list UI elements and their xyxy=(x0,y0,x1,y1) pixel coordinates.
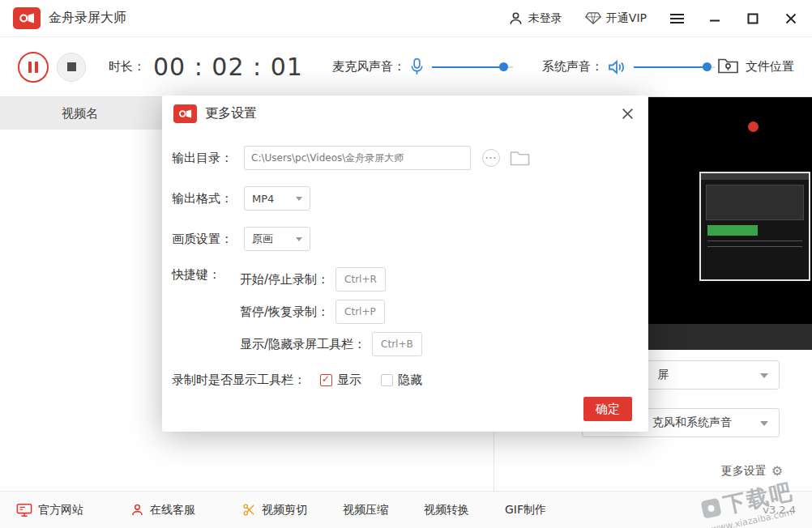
recording-toolbar: 时长： 00 : 02 : 01 麦克风声音： 系统声音： 文件位置 xyxy=(0,37,812,97)
video-name-column-header: 视频名 xyxy=(62,106,98,121)
microphone-icon xyxy=(410,57,424,76)
show-toolbar-checkbox[interactable]: ✓ 显示 xyxy=(320,373,361,388)
output-format-dropdown[interactable]: MP4 xyxy=(244,186,310,211)
app-window: 金舟录屏大师 未登录 开通VIP xyxy=(0,0,812,528)
hide-toolbar-checkbox[interactable]: 隐藏 xyxy=(381,373,422,388)
footer-item-official-site[interactable]: 官方网站 xyxy=(16,503,83,517)
quality-dropdown[interactable]: 原画 xyxy=(244,227,310,251)
footer-item-customer-service[interactable]: 在线客服 xyxy=(130,503,195,517)
app-title: 金舟录屏大师 xyxy=(49,10,126,27)
minimize-icon xyxy=(709,13,720,24)
folder-location-icon xyxy=(717,56,739,78)
dialog-logo-icon xyxy=(173,104,197,123)
duration-label: 时长： xyxy=(109,59,145,75)
hotkeys-row: 快捷键： 开始/停止录制： Ctrl+R 暂停/恢复录制： Ctrl+P 显示/… xyxy=(172,267,422,356)
version-label: v3.2.4 xyxy=(763,504,796,516)
footer-item-video-cut[interactable]: 视频剪切 xyxy=(242,503,307,517)
vip-button[interactable]: 开通VIP xyxy=(585,11,647,26)
maximize-icon xyxy=(747,13,759,24)
speaker-icon xyxy=(608,59,626,75)
checkbox-unchecked-icon xyxy=(381,374,393,386)
output-format-label: 输出格式： xyxy=(172,191,233,207)
footer-item-label: 视频转换 xyxy=(424,503,469,517)
preview-captured-window xyxy=(699,172,810,281)
chevron-down-icon xyxy=(296,237,302,241)
output-dir-row: 输出目录： ··· xyxy=(172,146,530,170)
footer-item-label: 官方网站 xyxy=(38,503,83,517)
dialog-close-button[interactable] xyxy=(618,104,637,123)
footer: 官方网站 在线客服 视频剪切 视频压缩 视频转换 GIF制作 v3.2.4 xyxy=(0,491,812,528)
hotkey-toggle-toolbar-label: 显示/隐藏录屏工具栏： xyxy=(240,337,365,352)
scissors-icon xyxy=(242,503,256,517)
footer-item-video-convert[interactable]: 视频转换 xyxy=(424,503,469,517)
menu-icon xyxy=(670,14,684,23)
confirm-button[interactable]: 确定 xyxy=(583,397,632,421)
system-slider-fill xyxy=(634,66,707,68)
show-option-label: 显示 xyxy=(337,373,361,388)
quality-value: 原画 xyxy=(252,232,273,246)
more-settings-dialog: 更多设置 输出目录： ··· 输出格式： MP4 画质设置： 原画 xyxy=(162,96,648,432)
gear-icon: ⚙ xyxy=(771,465,783,478)
hotkey-row-toggle-toolbar: 显示/隐藏录屏工具栏： Ctrl+B xyxy=(240,332,422,356)
hotkey-toggle-toolbar-button[interactable]: Ctrl+B xyxy=(372,332,422,356)
open-folder-icon[interactable] xyxy=(510,151,530,166)
minimize-button[interactable] xyxy=(707,11,723,27)
dialog-header: 更多设置 xyxy=(162,96,648,131)
app-logo-icon xyxy=(13,7,41,29)
more-settings-label: 更多设置 xyxy=(721,464,767,479)
system-volume-slider[interactable] xyxy=(634,59,715,75)
chevron-down-icon xyxy=(760,421,768,426)
vip-label: 开通VIP xyxy=(606,11,647,26)
user-icon xyxy=(508,11,524,26)
footer-item-label: GIF制作 xyxy=(505,503,546,517)
titlebar-actions: 未登录 开通VIP xyxy=(485,11,799,27)
hotkey-pause-resume-button[interactable]: Ctrl+P xyxy=(335,300,385,324)
quality-label: 画质设置： xyxy=(172,232,233,247)
menu-button[interactable] xyxy=(669,11,685,27)
close-icon xyxy=(785,13,797,24)
chevron-down-icon xyxy=(760,373,768,378)
toolbar-visibility-label: 录制时是否显示工具栏： xyxy=(172,373,306,388)
output-dir-label: 输出目录： xyxy=(172,151,233,166)
footer-item-label: 在线客服 xyxy=(150,503,195,517)
quality-row: 画质设置： 原画 xyxy=(172,227,310,251)
pause-icon xyxy=(28,62,38,73)
login-button[interactable]: 未登录 xyxy=(508,11,562,26)
hotkey-list: 开始/停止录制： Ctrl+R 暂停/恢复录制： Ctrl+P 显示/隐藏录屏工… xyxy=(240,267,422,356)
duration-timer: 00 : 02 : 01 xyxy=(153,53,303,81)
close-icon xyxy=(622,108,634,120)
browse-ellipsis-icon[interactable]: ··· xyxy=(482,149,500,167)
footer-item-label: 视频剪切 xyxy=(262,503,307,517)
output-dir-input[interactable] xyxy=(244,146,471,170)
hotkey-start-stop-label: 开始/停止录制： xyxy=(240,272,329,287)
hotkey-row-pause-resume: 暂停/恢复录制： Ctrl+P xyxy=(240,300,422,324)
mic-volume-slider[interactable] xyxy=(432,59,513,75)
customer-service-icon xyxy=(130,503,144,517)
footer-item-gif-maker[interactable]: GIF制作 xyxy=(505,503,546,517)
close-button[interactable] xyxy=(783,11,799,27)
login-label: 未登录 xyxy=(528,11,562,26)
hotkey-start-stop-button[interactable]: Ctrl+R xyxy=(335,267,386,292)
hotkey-row-start-stop: 开始/停止录制： Ctrl+R xyxy=(240,267,422,292)
mic-slider-fill xyxy=(432,66,503,68)
vip-diamond-icon xyxy=(585,11,601,25)
file-location-button[interactable]: 文件位置 xyxy=(717,56,794,78)
mic-volume-label: 麦克风声音： xyxy=(332,59,405,75)
footer-item-video-compress[interactable]: 视频压缩 xyxy=(343,503,388,517)
mic-slider-handle[interactable] xyxy=(499,62,508,71)
checkbox-checked-icon: ✓ xyxy=(320,374,332,386)
output-format-value: MP4 xyxy=(252,193,274,205)
chevron-down-icon xyxy=(296,197,302,201)
stop-button[interactable] xyxy=(57,53,86,82)
more-settings-link[interactable]: 更多设置 ⚙ xyxy=(721,464,783,479)
pause-button[interactable] xyxy=(18,52,49,83)
output-format-row: 输出格式： MP4 xyxy=(172,186,310,211)
maximize-button[interactable] xyxy=(745,11,761,27)
hotkey-pause-resume-label: 暂停/恢复录制： xyxy=(240,304,329,320)
file-location-label: 文件位置 xyxy=(746,59,794,75)
monitor-icon xyxy=(16,503,32,517)
dialog-title: 更多设置 xyxy=(205,105,257,122)
system-slider-handle[interactable] xyxy=(703,62,712,71)
footer-item-label: 视频压缩 xyxy=(343,503,388,517)
hide-option-label: 隐藏 xyxy=(398,373,422,388)
